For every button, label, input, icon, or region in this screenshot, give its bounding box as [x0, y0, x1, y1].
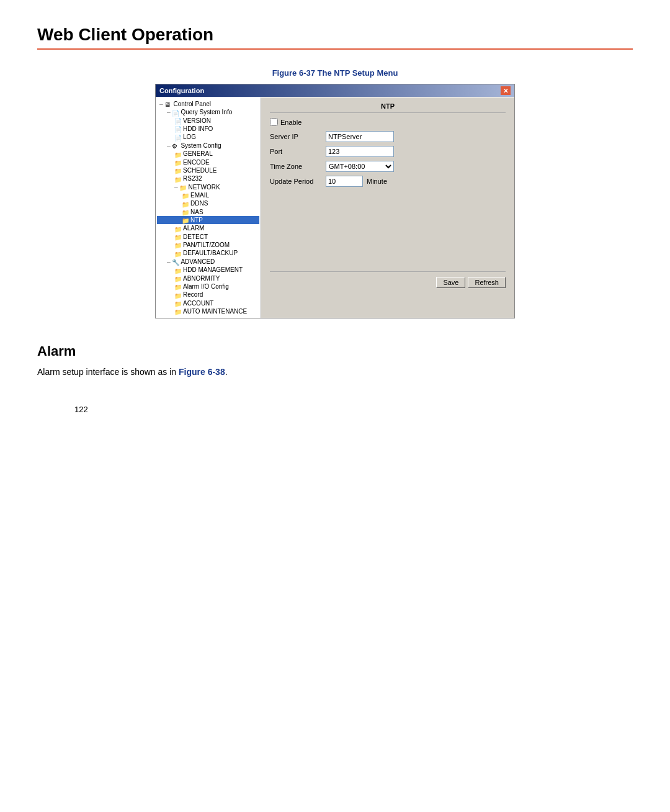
server-ip-label: Server IP: [270, 133, 326, 140]
config-body: ─ 🖥Control Panel ─ 📄Query System Info 📄V…: [156, 97, 514, 318]
alarm-description: Alarm setup interface is shown as in Fig…: [37, 367, 633, 377]
enable-row: Enable: [270, 118, 506, 126]
sidebar-item-record[interactable]: 📁Record: [157, 291, 259, 299]
sidebar-item-alarm[interactable]: 📁ALARM: [157, 224, 259, 232]
alarm-heading: Alarm: [37, 343, 633, 359]
minute-label: Minute: [367, 178, 387, 185]
sidebar-item-default-backup[interactable]: 📁DEFAULT/BACKUP: [157, 249, 259, 257]
time-zone-row: Time Zone GMT+08:00 GMT+00:00 GMT-05:00 …: [270, 161, 506, 172]
sidebar-item-hdd-management[interactable]: 📁HDD MANAGEMENT: [157, 266, 259, 274]
sidebar-item-encode[interactable]: 📁ENCODE: [157, 158, 259, 166]
server-ip-input[interactable]: [326, 131, 394, 142]
sidebar-item-abnormity[interactable]: 📁ABNORMITY: [157, 274, 259, 282]
sidebar-item-network[interactable]: ─ 📁NETWORK: [157, 183, 259, 191]
page-number: 122: [74, 405, 88, 414]
sidebar-item-email[interactable]: 📁EMAIL: [157, 191, 259, 199]
ntp-panel-title: NTP: [270, 102, 506, 113]
sidebar-item-advanced[interactable]: ─ 🔧ADVANCED: [157, 258, 259, 266]
sidebar-item-rs232[interactable]: 📁RS232: [157, 174, 259, 183]
time-zone-select[interactable]: GMT+08:00 GMT+00:00 GMT-05:00 GMT+05:30: [326, 161, 394, 172]
port-label: Port: [270, 148, 326, 155]
sidebar-item-log[interactable]: 📄LOG: [157, 133, 259, 141]
enable-checkbox[interactable]: [270, 118, 278, 126]
time-zone-label: Time Zone: [270, 163, 326, 170]
sidebar-item-query-system-info[interactable]: ─ 📄Query System Info: [157, 108, 259, 116]
alarm-text: Alarm setup interface is shown as in: [37, 367, 179, 377]
sidebar-item-system-config[interactable]: ─ ⚙System Config: [157, 142, 259, 150]
alarm-figure-ref[interactable]: Figure 6-38: [179, 367, 225, 377]
port-input[interactable]: [326, 146, 394, 157]
enable-label: Enable: [280, 119, 302, 126]
port-row: Port: [270, 146, 506, 157]
page-title: Web Client Operation: [37, 25, 633, 50]
sidebar-tree: ─ 🖥Control Panel ─ 📄Query System Info 📄V…: [156, 97, 261, 318]
sidebar-item-pan-tilt-zoom[interactable]: 📁PAN/TILT/ZOOM: [157, 241, 259, 249]
alarm-text-after: .: [225, 367, 228, 377]
config-titlebar: Configuration ✕: [156, 84, 514, 97]
sidebar-item-schedule[interactable]: 📁SCHEDULE: [157, 166, 259, 174]
refresh-button[interactable]: Refresh: [468, 277, 506, 288]
sidebar-item-ntp[interactable]: 📁NTP: [157, 216, 259, 224]
config-window: Configuration ✕ ─ 🖥Control Panel ─ 📄Quer…: [155, 84, 515, 318]
update-period-label: Update Period: [270, 178, 326, 185]
update-period-input[interactable]: [326, 176, 363, 187]
sidebar-item-nas[interactable]: 📁NAS: [157, 208, 259, 216]
sidebar-item-alarm-io-config[interactable]: 📁Alarm I/O Config: [157, 282, 259, 291]
sidebar-item-general[interactable]: 📁GENERAL: [157, 150, 259, 158]
save-button[interactable]: Save: [436, 277, 465, 288]
button-row: Save Refresh: [270, 271, 506, 288]
sidebar-item-account[interactable]: 📁ACCOUNT: [157, 299, 259, 307]
figure-caption: Figure 6-37 The NTP Setup Menu: [37, 68, 633, 78]
sidebar-item-version[interactable]: 📄VERSION: [157, 117, 259, 125]
close-button[interactable]: ✕: [501, 86, 511, 95]
server-ip-row: Server IP: [270, 131, 506, 142]
sidebar-item-detect[interactable]: 📁DETECT: [157, 233, 259, 241]
alarm-section: Alarm Alarm setup interface is shown as …: [37, 343, 633, 377]
ntp-main-panel: NTP Enable Server IP Port Time Zone GMT+…: [261, 97, 514, 318]
sidebar-item-control-panel[interactable]: ─ 🖥Control Panel: [157, 100, 259, 108]
sidebar-item-hdd-info[interactable]: 📄HDD INFO: [157, 125, 259, 133]
sidebar-item-ddns[interactable]: 📁DDNS: [157, 199, 259, 207]
update-period-row: Update Period Minute: [270, 176, 506, 187]
sidebar-item-auto-maintenance[interactable]: 📁AUTO MAINTENANCE: [157, 307, 259, 315]
config-window-title: Configuration: [159, 87, 204, 94]
